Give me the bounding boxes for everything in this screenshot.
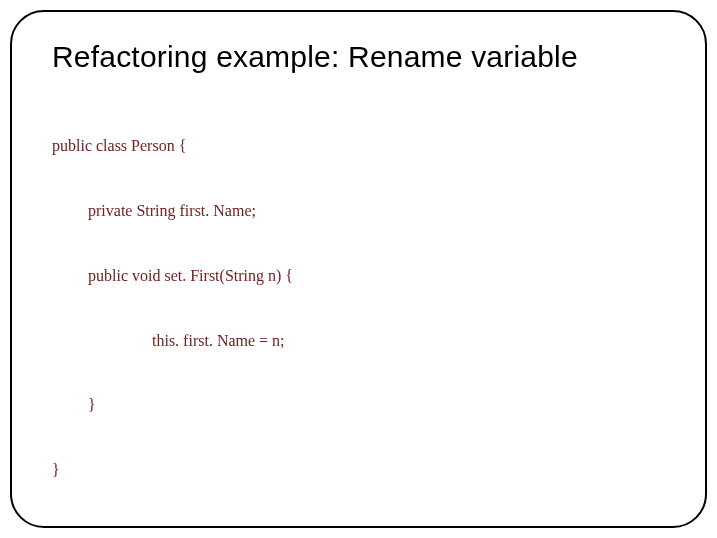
- code-line: public class Person {: [52, 135, 665, 157]
- code-line: }: [52, 394, 665, 416]
- code-line: this. first. Name = n;: [52, 330, 665, 352]
- code-block-before: public class Person { private String fir…: [52, 92, 665, 524]
- slide-frame: Refactoring example: Rename variable pub…: [10, 10, 707, 528]
- code-line: private String first. Name;: [52, 200, 665, 222]
- code-line: public void set. First(String n) {: [52, 265, 665, 287]
- slide-title: Refactoring example: Rename variable: [52, 40, 665, 74]
- code-line: }: [52, 459, 665, 481]
